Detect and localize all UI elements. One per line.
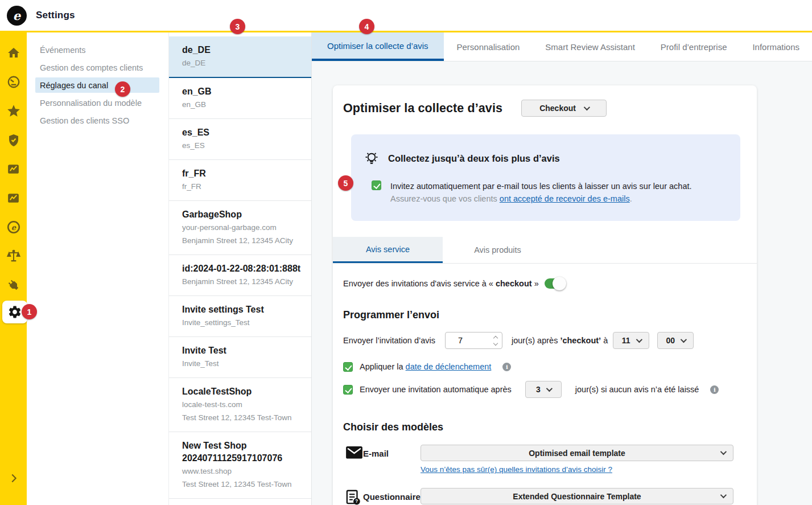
channel-item-en_GB[interactable]: en_GB en_GB (169, 78, 311, 119)
tab-informations[interactable]: Informations (740, 32, 812, 61)
card-title: Optimiser la collecte d’avis (343, 101, 502, 116)
channel-subtitle: Benjamin Street 12, 12345 ACity (182, 276, 302, 288)
channel-item-es_ES[interactable]: es_ES es_ES (169, 119, 311, 160)
channel-item-localetestshop[interactable]: LocaleTestShop locale-test-ts.com Test S… (169, 378, 311, 432)
chevron-right-icon (7, 472, 20, 485)
sidebar-item-stats-1[interactable] (0, 154, 27, 183)
tip-subtext-period: . (630, 194, 632, 203)
channel-item-de_DE[interactable]: de_DE de_DE (169, 36, 311, 78)
channel-title: Invite settings Test (182, 303, 302, 316)
questionnaire-template-label: Questionnaire (363, 488, 421, 502)
annotation-badge-3: 3 (230, 19, 245, 34)
sidebar-item-events[interactable] (0, 67, 27, 96)
template-help-link[interactable]: Vous n’êtes pas sûr(e) quelles invitatio… (421, 465, 612, 474)
main-column: Optimiser la collecte d’avis Personnalis… (312, 32, 812, 505)
chevron-down-icon (720, 492, 727, 498)
days-number-input[interactable] (445, 332, 502, 349)
menu-item-label: Événements (40, 46, 86, 55)
tab-profil-entreprise[interactable]: Profil d’entreprise (648, 32, 740, 61)
chevron-down-icon (636, 336, 642, 343)
settings-menu: Événements Gestion des comptes clients R… (27, 32, 169, 505)
reminder-label-suffix: jour(s) si aucun avis n’a été laissé (575, 385, 699, 394)
channel-subtitle: es_ES (182, 139, 302, 152)
number-stepper[interactable] (494, 336, 497, 345)
send-invite-label: Envoyer l’invitation d’avis (343, 336, 435, 345)
channel-item-invite-test[interactable]: Invite Test Invite_Test (169, 337, 311, 378)
channel-title: Invite Test (182, 344, 302, 357)
svg-text:?: ? (355, 499, 358, 504)
menu-item-label: Réglages du canal (40, 81, 108, 90)
menu-item-gestion-clients-sso[interactable]: Gestion des clients SSO (35, 113, 159, 128)
consent-link[interactable]: ont accepté de recevoir des e-mails (500, 194, 630, 203)
tab-avis-service[interactable]: Avis service (333, 237, 443, 263)
sidebar-item-reviews[interactable] (0, 96, 27, 125)
sidebar-item-stats-2[interactable] (0, 183, 27, 212)
channel-title: GarbageShop (182, 208, 302, 221)
trigger-date-link[interactable]: date de déclenchement (406, 362, 492, 371)
channel-item-id-2024[interactable]: id:2024-01-22-08:28:01:888t Benjamin Str… (169, 255, 311, 296)
reminder-days-dropdown[interactable]: 3 (525, 381, 562, 398)
hour-value: 11 (622, 336, 630, 345)
channel-subtitle: de_DE (182, 57, 302, 69)
email-template-dropdown[interactable]: Optimised email template (421, 445, 733, 461)
questionnaire-template-dropdown[interactable]: Extended Questionnaire Template (421, 488, 733, 504)
minute-value: 00 (666, 336, 675, 345)
channel-item-fr_FR[interactable]: fr_FR fr_FR (169, 160, 311, 201)
schedule-heading: Programmer l’envoi (343, 309, 747, 321)
sidebar-item-integrations[interactable] (0, 270, 27, 299)
menu-item-label: Gestion des comptes clients (40, 63, 143, 72)
reminder-checkbox[interactable] (343, 385, 353, 395)
stepper-down-icon[interactable] (493, 340, 498, 345)
tab-label: Smart Review Assistant (545, 42, 635, 52)
after-event-label: jour(s) après ’checkout’ à (512, 336, 608, 345)
sidebar-item-legal[interactable] (0, 241, 27, 270)
menu-item-evenements[interactable]: Événements (35, 42, 159, 58)
invite-settings-card: Optimiser la collecte d’avis Checkout (333, 85, 757, 505)
channel-item-invite-settings-test[interactable]: Invite settings Test Invite_settings_Tes… (169, 296, 311, 337)
settings-gear-icon (7, 305, 22, 319)
lightbulb-icon (362, 149, 381, 168)
minute-dropdown[interactable]: 00 (657, 332, 694, 349)
menu-item-label: Personnalisation du modèle (40, 98, 142, 108)
tab-optimiser-collecte-avis[interactable]: Optimiser la collecte d’avis (312, 32, 444, 61)
tab-avis-produits[interactable]: Avis produits (443, 237, 553, 263)
sidebar-item-trust[interactable] (0, 125, 27, 154)
channel-title: de_DE (182, 44, 302, 56)
annotation-badge-1: 1 (22, 304, 37, 319)
auto-invite-checkbox[interactable] (372, 180, 381, 190)
main-content: Optimiser la collecte d’avis Checkout (312, 61, 812, 505)
menu-item-reglages-du-canal[interactable]: Réglages du canal (35, 77, 159, 93)
tab-label: Profil d’entreprise (661, 42, 727, 52)
channel-item-new-test-shop[interactable]: New Test Shop 20240711125917107076 www.t… (169, 432, 311, 499)
tip-box: Collectez jusqu’à deux fois plus d’avis … (351, 134, 740, 221)
reminder-days-value: 3 (536, 385, 541, 394)
review-type-tabs: Avis service Avis produits (333, 237, 757, 264)
tab-personnalisation[interactable]: Personnalisation (444, 32, 532, 61)
primary-icon-sidebar: e (0, 32, 27, 505)
scales-icon (6, 249, 21, 264)
stepper-up-icon[interactable] (493, 335, 498, 340)
channel-title: en_GB (182, 85, 302, 98)
channel-item-garbageshop[interactable]: GarbageShop your-personal-garbage.com Be… (169, 201, 311, 255)
channel-subtitle: fr_FR (182, 180, 302, 193)
trigger-date-checkbox[interactable] (343, 362, 353, 372)
svg-text:e: e (11, 223, 16, 231)
channel-title: id:2024-01-22-08:28:01:888t (182, 262, 302, 275)
event-type-dropdown[interactable]: Checkout (521, 100, 607, 117)
days-value-field[interactable] (458, 336, 487, 345)
sidebar-item-etrusted[interactable]: e (0, 212, 27, 241)
service-invite-toggle[interactable] (545, 278, 564, 289)
page-title: Settings (36, 10, 75, 21)
tab-smart-review-assistant[interactable]: Smart Review Assistant (533, 32, 648, 61)
tip-title: Collectez jusqu’à deux fois plus d’avis (388, 153, 560, 164)
app-header: e Settings (0, 0, 812, 31)
menu-item-gestion-comptes-clients[interactable]: Gestion des comptes clients (35, 60, 159, 75)
sidebar-expand-button[interactable] (0, 463, 27, 492)
menu-item-personnalisation-modele[interactable]: Personnalisation du modèle (35, 95, 159, 110)
info-icon[interactable]: i (710, 385, 719, 394)
hour-dropdown[interactable]: 11 (613, 332, 649, 349)
info-icon[interactable]: i (502, 363, 511, 371)
sidebar-item-home[interactable] (0, 38, 27, 67)
annotation-badge-4: 4 (359, 19, 374, 34)
reminder-label-prefix: Envoyer une invitation automatique après (360, 385, 512, 394)
